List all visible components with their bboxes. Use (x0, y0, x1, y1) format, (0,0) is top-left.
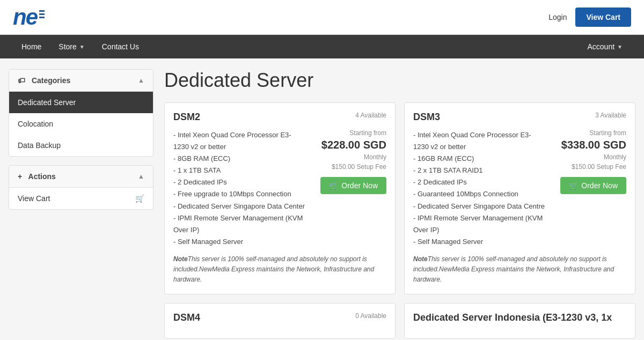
note-dsm3: NoteThis server is 100% self-managed and… (413, 254, 626, 285)
actions-header: + Actions ▲ (9, 166, 153, 188)
order-button-dsm2[interactable]: 🛒 Order Now (320, 177, 386, 194)
product-card-header-ds-indo: Dedicated Server Indonesia (E3-1230 v3, … (413, 312, 626, 323)
period-dsm3: Monthly (604, 153, 626, 161)
price-dsm3: $338.00 SGD (561, 139, 626, 151)
availability-dsm4: 0 Available (355, 312, 386, 320)
product-card-dsm3: DSM3 3 Available - Intel Xeon Quad Core … (404, 102, 635, 294)
view-cart-button[interactable]: View Cart (575, 8, 631, 27)
sidebar-item-data-backup[interactable]: Data Backup (9, 135, 153, 156)
tag-icon: 🏷 (18, 76, 25, 85)
availability-dsm2: 4 Available (355, 112, 386, 119)
nav-account[interactable]: Account ▼ (579, 36, 632, 57)
sidebar: 🏷 Categories ▲ Dedicated Server Colocati… (9, 69, 153, 339)
product-body-dsm3: - Intel Xeon Quad Core Processor E3-1230… (413, 129, 626, 248)
top-header: ne Login View Cart (0, 0, 644, 35)
sidebar-item-dedicated-server[interactable]: Dedicated Server (9, 92, 153, 113)
nav-home[interactable]: Home (13, 36, 50, 57)
nav-store[interactable]: Store ▼ (50, 36, 93, 57)
product-name-dsm2: DSM2 (173, 112, 200, 123)
order-button-dsm3[interactable]: 🛒 Order Now (560, 177, 626, 194)
header-right: Login View Cart (548, 8, 631, 27)
page-title: Dedicated Server (164, 69, 635, 92)
product-features-dsm2: - Intel Xeon Quad Core Processor E3-1230… (173, 129, 305, 248)
plus-icon: + (18, 172, 22, 181)
categories-chevron-icon: ▲ (138, 77, 144, 84)
nav-bar: Home Store ▼ Contact Us Account ▼ (0, 35, 644, 58)
period-dsm2: Monthly (364, 153, 386, 161)
product-name-dsm4: DSM4 (173, 312, 200, 323)
logo-area: ne (13, 6, 45, 28)
note-dsm2: NoteThis server is 100% self-managed and… (173, 254, 386, 285)
price-dsm2: $228.00 SGD (321, 139, 386, 151)
main-layout: 🏷 Categories ▲ Dedicated Server Colocati… (0, 69, 644, 339)
actions-label: Actions (28, 172, 56, 181)
starting-from-dsm3: Starting from (589, 129, 626, 137)
product-body-dsm2: - Intel Xeon Quad Core Processor E3-1230… (173, 129, 386, 248)
products-grid: DSM2 4 Available - Intel Xeon Quad Core … (164, 102, 635, 339)
categories-section: 🏷 Categories ▲ Dedicated Server Colocati… (9, 69, 153, 157)
product-card-dsm2: DSM2 4 Available - Intel Xeon Quad Core … (164, 102, 396, 294)
product-card-header-dsm3: DSM3 3 Available (413, 112, 626, 123)
actions-section: + Actions ▲ View Cart 🛒 (9, 165, 153, 210)
product-name-ds-indo: Dedicated Server Indonesia (E3-1230 v3, … (413, 312, 612, 323)
categories-label: Categories (32, 76, 70, 85)
product-features-dsm3: - Intel Xeon Quad Core Processor E3-1230… (413, 129, 545, 248)
cart-btn-icon-dsm3: 🛒 (569, 181, 578, 190)
cart-btn-icon-dsm2: 🛒 (329, 181, 338, 190)
account-chevron-icon: ▼ (617, 44, 623, 50)
order-btn-label-dsm3: Order Now (581, 181, 618, 190)
logo-icon (39, 10, 45, 18)
product-card-dsm4: DSM4 0 Available (164, 303, 396, 339)
availability-dsm3: 3 Available (595, 112, 626, 119)
categories-header: 🏷 Categories ▲ (9, 70, 153, 92)
product-pricing-dsm3: Starting from $338.00 SGD Monthly $150.0… (551, 129, 626, 248)
actions-chevron-icon: ▲ (138, 173, 144, 180)
product-card-ds-indo: Dedicated Server Indonesia (E3-1230 v3, … (404, 303, 635, 339)
setup-fee-dsm3: $150.00 Setup Fee (572, 163, 626, 171)
logo[interactable]: ne (13, 6, 45, 28)
product-pricing-dsm2: Starting from $228.00 SGD Monthly $150.0… (311, 129, 386, 248)
sidebar-item-colocation[interactable]: Colocation (9, 113, 153, 135)
cart-small-icon: 🛒 (135, 194, 144, 203)
product-card-header-dsm2: DSM2 4 Available (173, 112, 386, 123)
sidebar-item-view-cart[interactable]: View Cart 🛒 (9, 188, 153, 209)
store-chevron-icon: ▼ (79, 44, 85, 50)
order-btn-label-dsm2: Order Now (341, 181, 378, 190)
nav-contact[interactable]: Contact Us (93, 36, 148, 57)
product-name-dsm3: DSM3 (413, 112, 440, 123)
setup-fee-dsm2: $150.00 Setup Fee (332, 163, 386, 171)
login-link[interactable]: Login (548, 13, 567, 21)
content-area: Dedicated Server DSM2 4 Available - Inte… (164, 69, 635, 339)
product-card-header-dsm4: DSM4 0 Available (173, 312, 386, 323)
starting-from-dsm2: Starting from (349, 129, 386, 137)
